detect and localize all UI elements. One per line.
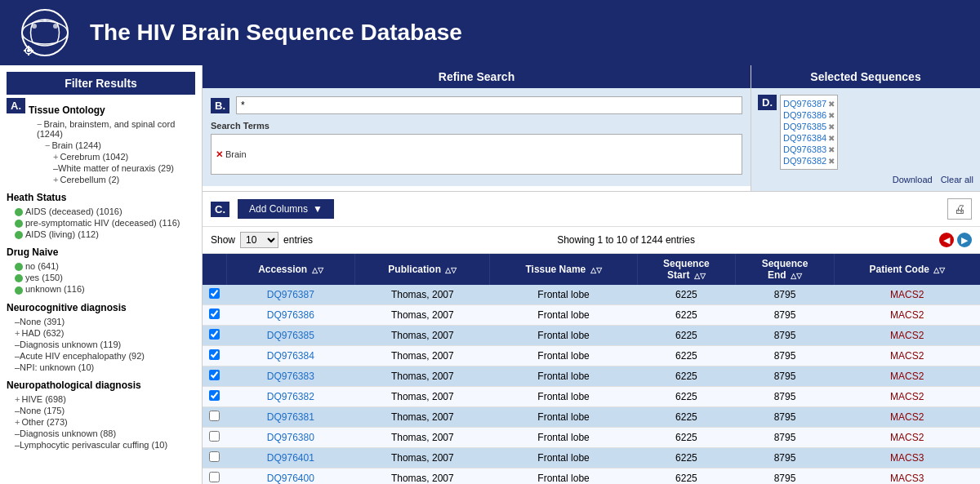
tissue-ontology-title: Tissue Ontology — [29, 104, 195, 116]
accession-link-DQ976386[interactable]: DQ976386 — [267, 309, 314, 321]
sort-icon-tissue: △▽ — [590, 266, 602, 274]
sidebar-item-white-matter[interactable]: –White matter of neuraxis (29) — [29, 162, 195, 174]
neuropathological-title: Neuropathological diagnosis — [7, 380, 195, 391]
seq-end-cell: 8795 — [736, 407, 835, 428]
accession-header[interactable]: Accession △▽ — [226, 254, 355, 285]
sidebar-item-pre-symptomatic[interactable]: pre-symptomatic HIV (deceased) (116) — [7, 217, 195, 229]
green-circle-icon — [15, 208, 23, 216]
sidebar-item-diagnosis-unknown2[interactable]: –Diagnosis unknown (88) — [7, 428, 195, 439]
sidebar-item-had[interactable]: +HAD (632) — [7, 327, 195, 339]
svg-rect-10 — [31, 50, 33, 51]
green-circle-icon-6 — [15, 286, 23, 295]
data-table: Accession △▽ Publication △▽ Tissue Name … — [203, 254, 980, 484]
row-checkbox-DQ976380[interactable] — [209, 431, 220, 442]
app-title: The HIV Brain Sequence Database — [90, 20, 462, 46]
accession-link-DQ976401[interactable]: DQ976401 — [267, 452, 314, 464]
row-checkbox-DQ976384[interactable] — [209, 349, 220, 360]
prev-page-button[interactable]: ◀ — [939, 233, 954, 247]
sidebar-item-aids-deceased[interactable]: AIDS (deceased) (1016) — [7, 206, 195, 217]
plus-icon-4: + — [15, 394, 20, 404]
row-checkbox-DQ976386[interactable] — [209, 309, 220, 319]
next-page-button[interactable]: ▶ — [957, 233, 972, 247]
seq-start-header[interactable]: SequenceStart △▽ — [637, 254, 736, 285]
seq-remove-dq976385[interactable]: ✖ — [828, 122, 835, 131]
row-checkbox-DQ976383[interactable] — [209, 370, 220, 380]
row-checkbox-cell — [203, 468, 226, 485]
seq-remove-dq976387[interactable]: ✖ — [828, 100, 835, 109]
label-b: B. — [211, 98, 229, 113]
accession-link-DQ976380[interactable]: DQ976380 — [267, 432, 314, 443]
seq-remove-dq976383[interactable]: ✖ — [828, 145, 835, 154]
seq-link-dq976385[interactable]: DQ976385 — [783, 122, 826, 131]
sidebar-item-diagnosis-unknown[interactable]: –Diagnosis unknown (119) — [7, 339, 195, 350]
sidebar-item-cerebrum[interactable]: +Cerebrum (1042) — [29, 151, 195, 162]
sidebar-item-none-neuro[interactable]: –None (391) — [7, 316, 195, 327]
search-terms-label: Search Terms — [211, 121, 742, 131]
entries-select[interactable]: 10 25 50 100 — [240, 232, 278, 248]
accession-link-DQ976387[interactable]: DQ976387 — [267, 289, 314, 300]
main-container: Filter Results A. Tissue Ontology −Brain… — [0, 65, 980, 484]
seq-link-dq976387[interactable]: DQ976387 — [783, 99, 826, 109]
plus-icon-3: + — [15, 328, 20, 338]
seq-end-header[interactable]: SequenceEnd △▽ — [736, 254, 835, 285]
tissue-cell: Frontal lobe — [490, 407, 637, 428]
sidebar-item-unknown[interactable]: unknown (116) — [7, 283, 195, 295]
accession-link-DQ976381[interactable]: DQ976381 — [267, 411, 314, 423]
seq-remove-dq976382[interactable]: ✖ — [828, 157, 835, 166]
seq-end-cell: 8795 — [736, 326, 835, 346]
download-button[interactable]: Download — [893, 175, 933, 184]
seq-link-dq976386[interactable]: DQ976386 — [783, 110, 826, 120]
row-checkbox-DQ976401[interactable] — [209, 451, 220, 462]
sidebar-item-lymphocytic[interactable]: –Lymphocytic perivascular cuffing (10) — [7, 439, 195, 451]
sidebar-item-aids-living[interactable]: AIDS (living) (112) — [7, 229, 195, 240]
sidebar-item-acute-hiv[interactable]: –Acute HIV encephalopathy (92) — [7, 350, 195, 362]
accession-link-DQ976384[interactable]: DQ976384 — [267, 350, 314, 362]
row-checkbox-DQ976400[interactable] — [209, 472, 220, 482]
seq-link-dq976384[interactable]: DQ976384 — [783, 133, 826, 143]
refine-search-body: B. Search Terms ✕ Brain — [203, 88, 751, 186]
row-checkbox-DQ976381[interactable] — [209, 411, 220, 421]
publication-cell: Thomas, 2007 — [355, 387, 490, 407]
sidebar-item-yes[interactable]: yes (150) — [7, 272, 195, 283]
seq-start-cell: 6225 — [637, 346, 736, 366]
sidebar-item-hive[interactable]: +HIVE (698) — [7, 393, 195, 405]
add-columns-button[interactable]: Add Columns ▼ — [238, 199, 334, 219]
accession-link-DQ976383[interactable]: DQ976383 — [267, 371, 314, 382]
sidebar-item-other[interactable]: +Other (273) — [7, 416, 195, 428]
seq-link-dq976382[interactable]: DQ976382 — [783, 156, 826, 166]
sidebar-item-brain-brainstem[interactable]: −Brain, brainstem, and spinal cord (1244… — [29, 118, 195, 140]
row-checkbox-DQ976385[interactable] — [209, 329, 220, 340]
green-circle-icon-3 — [15, 231, 23, 239]
svg-point-1 — [22, 21, 68, 44]
sidebar-item-no[interactable]: no (641) — [7, 260, 195, 272]
patient-code-cell: MACS3 — [834, 448, 980, 468]
sidebar-item-brain[interactable]: −Brain (1244) — [29, 140, 195, 151]
seq-start-cell: 6225 — [637, 326, 736, 346]
sidebar-item-cerebellum[interactable]: +Cerebellum (2) — [29, 174, 195, 185]
seq-remove-dq976384[interactable]: ✖ — [828, 134, 835, 143]
seq-item-dq976383: DQ976383 ✖ — [783, 144, 835, 155]
accession-link-DQ976382[interactable]: DQ976382 — [267, 391, 314, 402]
publication-header[interactable]: Publication △▽ — [355, 254, 490, 285]
label-a: A. — [7, 98, 25, 113]
clear-all-button[interactable]: Clear all — [941, 175, 973, 184]
accession-link-DQ976385[interactable]: DQ976385 — [267, 330, 314, 341]
accession-link-DQ976400[interactable]: DQ976400 — [267, 473, 314, 484]
remove-brain-term[interactable]: ✕ — [216, 149, 223, 160]
tissue-header[interactable]: Tissue Name △▽ — [490, 254, 637, 285]
tissue-cell: Frontal lobe — [490, 366, 637, 387]
patient-code-header[interactable]: Patient Code △▽ — [834, 254, 980, 285]
row-checkbox-DQ976382[interactable] — [209, 390, 220, 401]
row-checkbox-DQ976387[interactable] — [209, 288, 220, 299]
seq-remove-dq976386[interactable]: ✖ — [828, 111, 835, 120]
seq-link-dq976383[interactable]: DQ976383 — [783, 144, 826, 154]
search-input[interactable] — [236, 96, 742, 114]
sidebar-item-npi-unknown[interactable]: –NPI: unknown (10) — [7, 362, 195, 373]
sidebar-item-none-neuropath[interactable]: –None (175) — [7, 405, 195, 416]
table-row: DQ976387 Thomas, 2007 Frontal lobe 6225 … — [203, 285, 980, 305]
seq-item-dq976385: DQ976385 ✖ — [783, 121, 835, 132]
seq-end-cell: 8795 — [736, 428, 835, 448]
print-button[interactable]: 🖨 — [947, 198, 972, 220]
tissue-cell: Frontal lobe — [490, 387, 637, 407]
app-header: The HIV Brain Sequence Database — [0, 0, 980, 65]
